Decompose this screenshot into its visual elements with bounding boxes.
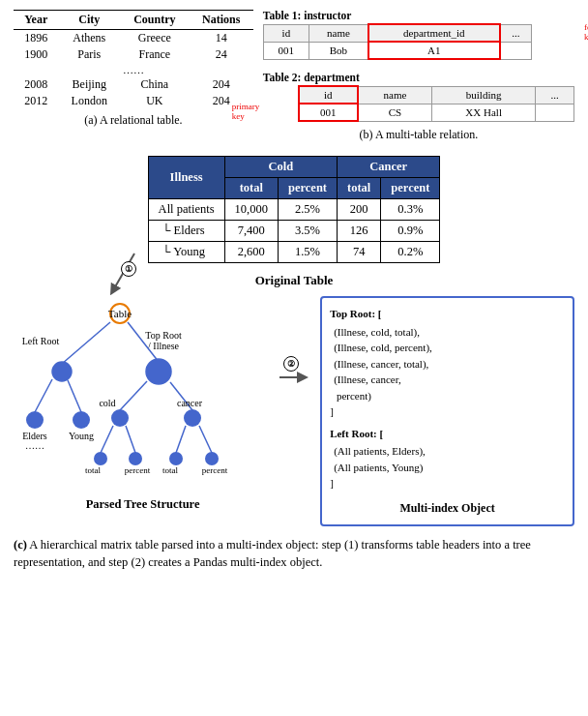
svg-point-18 xyxy=(111,409,129,427)
cancer-header: Cancer xyxy=(338,157,440,178)
table-row: 1900 Paris France 24 xyxy=(14,46,253,63)
multiindex-panel: Top Root: [ (Illnese, cold, total), (Ill… xyxy=(320,296,574,526)
svg-point-26 xyxy=(129,452,142,465)
svg-text:percent: percent xyxy=(202,465,228,475)
table-row: └ Young 2,600 1.5% 74 0.2% xyxy=(148,242,440,263)
table-row: 001 Bob A1 xyxy=(263,42,531,59)
cancer-percent-header: percent xyxy=(381,178,440,199)
step1-circle: ① xyxy=(121,261,136,277)
svg-point-29 xyxy=(169,452,183,465)
svg-point-6 xyxy=(52,362,72,381)
primary-key-label: primarykey xyxy=(232,103,260,122)
svg-point-10 xyxy=(26,411,44,429)
svg-line-16 xyxy=(120,381,147,410)
top-root-title: Top Root: [ xyxy=(330,306,565,322)
svg-text:Left Root: Left Root xyxy=(22,336,60,346)
bottom-section: Table Left Root Top Root / Illnese Elder… xyxy=(14,296,574,526)
t1-col-deptid: department_id xyxy=(368,24,500,42)
svg-text:cancer: cancer xyxy=(177,398,203,408)
mini-table-2: id name building ... 001 CS XX Hall xyxy=(298,85,574,122)
panel-b: Table 1: instructor id name department_i… xyxy=(263,10,574,142)
svg-text:……: …… xyxy=(25,440,44,451)
matrix-table-container: Illness Cold Cancer total percent total … xyxy=(14,156,574,263)
svg-line-28 xyxy=(176,426,186,453)
table-row: 2012 London UK 204 xyxy=(14,93,253,109)
left-root-close: ] xyxy=(330,475,565,492)
section-a-caption: (a) A relational table. xyxy=(14,113,253,128)
foreign-key-label: foreignkey xyxy=(584,23,588,43)
multiindex-label: Multi-index Object xyxy=(330,499,565,517)
cold-percent-header: percent xyxy=(278,178,337,199)
caption-text: A hierarchical matrix table parsed into … xyxy=(14,538,531,570)
cold-header: Cold xyxy=(224,157,337,178)
t2-col-id: id xyxy=(299,86,358,104)
panel-a: Year City Country Nations 1896 Athens Gr… xyxy=(14,10,253,128)
t2-col-name: name xyxy=(358,86,432,104)
t2-col-building: building xyxy=(432,86,536,104)
table-row: All patients 10,000 2.5% 200 0.3% xyxy=(148,199,440,221)
bottom-caption: (c) A hierarchical matrix table parsed i… xyxy=(14,536,574,573)
table-row: 2008 Beijing China 204 xyxy=(14,76,253,93)
svg-line-25 xyxy=(126,426,135,453)
section-b-caption: (b) A multi-table relation. xyxy=(263,128,574,142)
svg-point-23 xyxy=(94,452,107,465)
left-root-content: (All patients, Elders), (All patients, Y… xyxy=(334,443,565,475)
svg-point-8 xyxy=(146,359,171,384)
svg-text:Young: Young xyxy=(69,431,94,441)
t1-col-ellipsis: ... xyxy=(500,24,532,42)
table-row: 001 CS XX Hall xyxy=(299,104,574,121)
illness-all-patients: All patients xyxy=(148,199,224,221)
svg-text:cold: cold xyxy=(99,398,115,408)
tree-svg: Table Left Root Top Root / Illnese Elder… xyxy=(14,296,246,490)
svg-text:percent: percent xyxy=(125,465,151,475)
illness-young: └ Young xyxy=(148,242,224,263)
svg-line-5 xyxy=(62,322,110,364)
tree-label: Parsed Tree Structure xyxy=(14,497,272,512)
svg-text:total: total xyxy=(85,465,101,475)
svg-line-13 xyxy=(68,380,81,412)
t1-col-name: name xyxy=(309,24,368,42)
svg-text:Table: Table xyxy=(108,308,132,319)
svg-point-32 xyxy=(205,452,219,465)
t2-col-ellipsis: ... xyxy=(536,86,574,104)
svg-point-21 xyxy=(184,409,201,427)
step2-arrow-container: ② xyxy=(278,296,314,391)
original-table-label: Original Table xyxy=(14,273,574,288)
illness-header: Illness xyxy=(148,157,224,199)
col-city: City xyxy=(58,11,120,30)
col-country: Country xyxy=(120,11,189,30)
table-row: 1896 Athens Greece 14 xyxy=(14,30,253,47)
illness-elders: └ Elders xyxy=(148,221,224,242)
col-nations: Nations xyxy=(190,11,253,30)
svg-line-31 xyxy=(199,426,212,453)
cold-total-header: total xyxy=(224,178,278,199)
col-year: Year xyxy=(14,11,58,30)
svg-line-22 xyxy=(101,426,113,453)
top-root-close: ] xyxy=(330,403,565,420)
top-root-content: (Illnese, cold, total), (Illnese, cold, … xyxy=(334,324,565,404)
table-row-ellipsis: …… xyxy=(14,63,253,76)
matrix-table: Illness Cold Cancer total percent total … xyxy=(148,156,441,263)
mini-table-1: id name department_id ... 001 Bob A1 xyxy=(263,23,532,60)
svg-text:Top Root: Top Root xyxy=(145,330,182,341)
svg-text:total: total xyxy=(162,465,178,475)
tree-panel: Table Left Root Top Root / Illnese Elder… xyxy=(14,296,272,512)
table1-label: Table 1: instructor xyxy=(263,10,574,21)
left-root-section: Left Root: [ (All patients, Elders), (Al… xyxy=(330,426,565,492)
t1-col-id: id xyxy=(263,24,309,42)
svg-point-14 xyxy=(73,411,90,429)
svg-text:/ Illnese: / Illnese xyxy=(148,341,179,351)
svg-line-9 xyxy=(35,379,52,412)
table-row: └ Elders 7,400 3.5% 126 0.9% xyxy=(148,221,440,242)
relational-table: Year City Country Nations 1896 Athens Gr… xyxy=(14,10,253,109)
step1-arrow: ① xyxy=(105,252,144,296)
table2-label: Table 2: department xyxy=(263,72,574,83)
cancer-total-header: total xyxy=(338,178,381,199)
